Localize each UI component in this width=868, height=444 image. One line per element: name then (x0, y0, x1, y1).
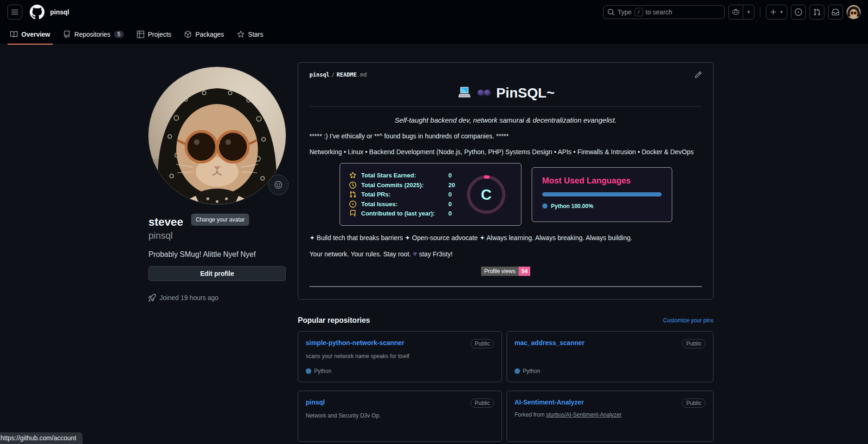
issues-icon (795, 8, 802, 16)
repo-language-label: Python (523, 368, 540, 374)
readme-title-row: PinSQL~ (309, 85, 702, 107)
readme-card: pinsql / README .md (298, 62, 714, 300)
stat-label: Total Commits (2025): (361, 182, 444, 189)
readme-para2: Networking • Linux • Backend Development… (309, 148, 702, 156)
hamburger-menu-icon[interactable] (7, 5, 22, 20)
fork-source-link[interactable]: sturbus/AI-Sentiment-Analyzer (546, 411, 622, 418)
stat-value: 0 (449, 210, 452, 217)
popular-repos-title: Popular repositories (298, 316, 370, 325)
clock-icon (349, 182, 357, 189)
rank-letter: C (481, 186, 491, 203)
pull-request-icon (813, 8, 821, 16)
header-user-avatar[interactable] (847, 5, 861, 19)
header-actions: Type / to search ▼ ▼ (603, 5, 861, 20)
repo-card-simple-python-network-scanner: simple-python-network-scanner Public sca… (298, 331, 502, 382)
link-preview-statusbar: https://github.com/account (0, 432, 83, 444)
context-title[interactable]: pinsql (50, 8, 69, 16)
stat-row-stars: Total Stars Earned: 0 (349, 172, 457, 179)
tab-overview-label: Overview (21, 31, 50, 38)
plus-icon: ▼ (766, 5, 787, 19)
breadcrumb-separator: / (331, 72, 334, 78)
purple-heart-icon: ♥ (413, 250, 418, 258)
profile-avatar[interactable] (148, 67, 286, 204)
stat-label: Total PRs: (361, 191, 444, 198)
profile-main: pinsql / README .md (298, 62, 714, 442)
tab-stars-label: Stars (248, 31, 264, 38)
language-legend: Python 100.00% (542, 203, 662, 209)
search-input[interactable]: Type / to search (603, 5, 725, 19)
top-languages-card: Most Used Languages Python 100.00% (532, 167, 672, 222)
profile-username: pinsql (148, 229, 286, 242)
content-area: Change your avatar stevee pinsql Probabl… (0, 45, 868, 442)
para4-text: Your network. Your rules. Stay root. (309, 250, 411, 258)
issues-button[interactable] (791, 5, 806, 20)
change-avatar-tooltip[interactable]: Change your avatar (191, 214, 249, 226)
visibility-badge: Public (682, 398, 706, 408)
customize-pins-link[interactable]: Customize your pins (663, 317, 714, 324)
header-divider (760, 7, 760, 17)
github-logo[interactable] (30, 5, 45, 20)
breadcrumb-repo[interactable]: pinsql (309, 72, 329, 78)
tab-projects-label: Projects (148, 31, 172, 38)
repo-link[interactable]: mac_address_scanner (514, 339, 585, 346)
stat-row-commits: Total Commits (2025): 20 (349, 182, 457, 189)
repo-link[interactable]: simple-python-network-scanner (306, 339, 404, 346)
readme-breadcrumb: pinsql / README .md (309, 71, 702, 78)
joined-text: Joined 19 hours ago (160, 294, 219, 301)
readme-para4: Your network. Your rules. Stay root. ♥ s… (309, 250, 702, 258)
language-legend-text: Python 100.00% (551, 203, 593, 209)
smiley-icon (274, 181, 283, 189)
tab-repositories[interactable]: Repositories 5 (57, 24, 130, 44)
create-new-button[interactable]: ▼ (766, 5, 787, 20)
tab-projects[interactable]: Projects (130, 24, 178, 44)
profile-views-badge: Profile views 54 (481, 267, 531, 276)
laptop-icon (457, 86, 472, 100)
profile-tabnav: Overview Repositories 5 Projects Package… (0, 24, 868, 45)
pinned-repos-grid: simple-python-network-scanner Public sca… (298, 331, 714, 442)
breadcrumb-file[interactable]: README (337, 72, 357, 78)
badge-label: Profile views (481, 267, 519, 276)
languages-title: Most Used Languages (542, 176, 662, 186)
star-icon (349, 172, 357, 179)
copilot-button[interactable]: ▼ (728, 5, 754, 20)
joined-row: Joined 19 hours ago (148, 294, 286, 301)
search-placeholder-prefix: Type (617, 8, 631, 16)
pull-requests-button[interactable] (810, 5, 824, 20)
tab-stars[interactable]: Stars (231, 24, 270, 44)
inbox-icon (832, 8, 839, 16)
para4-text-end: stay Fr3sty! (419, 250, 452, 258)
edit-profile-button[interactable]: Edit profile (148, 266, 286, 281)
inbox-button[interactable] (828, 5, 843, 20)
readme-divider (309, 286, 702, 287)
dark-sunglasses-icon (477, 90, 491, 96)
package-icon (184, 31, 192, 38)
copilot-icon (729, 5, 743, 19)
repo-language-row: Python (514, 368, 706, 374)
copilot-dropdown-caret[interactable]: ▼ (743, 5, 754, 19)
set-status-button[interactable] (268, 175, 289, 195)
tab-overview[interactable]: Overview (4, 24, 57, 44)
repo-link[interactable]: pinsql (306, 398, 325, 406)
pencil-icon[interactable] (694, 71, 702, 78)
stat-label: Total Stars Earned: (361, 172, 444, 179)
tab-packages[interactable]: Packages (178, 24, 230, 44)
repositories-count-badge: 5 (114, 31, 124, 38)
tab-repositories-label: Repositories (74, 31, 110, 38)
stat-value: 0 (449, 191, 452, 198)
readme-title-text: PinSQL~ (496, 85, 555, 101)
search-icon (607, 8, 615, 16)
visibility-badge: Public (470, 339, 494, 348)
tab-packages-label: Packages (195, 31, 224, 38)
issue-icon (349, 201, 357, 208)
repo-language-label: Python (314, 368, 331, 374)
visibility-badge: Public (682, 339, 706, 348)
readme-widgets-row: Total Stars Earned: 0 Total Commits (202… (309, 163, 702, 226)
readme-para3: ✦ Build tech that breaks barriers ✦ Open… (309, 234, 702, 242)
fork-prefix: Forked from (514, 411, 545, 418)
project-table-icon (137, 31, 144, 38)
search-placeholder-suffix: to search (646, 8, 673, 16)
repo-link[interactable]: AI-Sentiment-Analyzer (514, 398, 584, 406)
repo-card-icon (349, 210, 357, 217)
rocket-icon (148, 294, 156, 301)
repo-language-row: Python (306, 368, 494, 374)
